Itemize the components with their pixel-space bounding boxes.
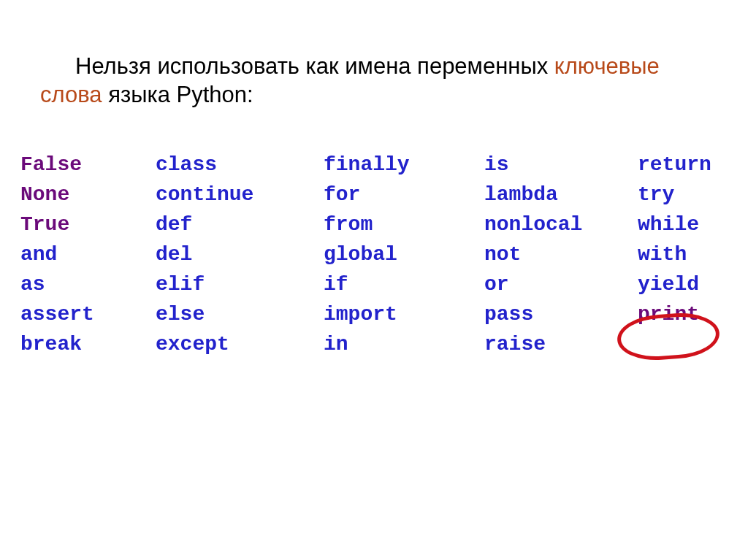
keyword: yield bbox=[638, 273, 699, 296]
keyword: while bbox=[638, 213, 699, 236]
keyword: from bbox=[324, 213, 373, 236]
keyword: except bbox=[156, 333, 229, 356]
slide: Нельзя использовать как имена переменных… bbox=[0, 0, 748, 560]
keyword: del bbox=[156, 243, 192, 266]
table-row: assert else import pass print bbox=[20, 303, 729, 326]
keyword: class bbox=[156, 153, 217, 176]
keyword: for bbox=[324, 183, 360, 206]
keyword: True bbox=[20, 213, 69, 236]
heading: Нельзя использовать как имена переменных… bbox=[40, 53, 712, 110]
keyword: def bbox=[156, 213, 192, 236]
table-row: None continue for lambda try bbox=[20, 183, 729, 206]
keyword: finally bbox=[324, 153, 410, 176]
keyword: try bbox=[638, 183, 674, 206]
table-row: True def from nonlocal while bbox=[20, 213, 729, 236]
table-row: break except in raise bbox=[20, 333, 729, 356]
keyword: import bbox=[324, 303, 397, 326]
keywords-table: False class finally is return None conti… bbox=[20, 146, 729, 363]
heading-pre: Нельзя использовать как имена переменных bbox=[75, 53, 554, 79]
heading-post: языка Python: bbox=[102, 82, 253, 107]
keyword: is bbox=[484, 153, 509, 176]
keyword: raise bbox=[484, 333, 546, 356]
table-row: and del global not with bbox=[20, 243, 729, 266]
keyword: as bbox=[20, 273, 45, 296]
keyword: and bbox=[20, 243, 57, 266]
keyword: None bbox=[20, 183, 69, 206]
keyword: lambda bbox=[484, 183, 558, 206]
keyword: assert bbox=[20, 303, 94, 326]
table-row: as elif if or yield bbox=[20, 273, 729, 296]
keyword: global bbox=[324, 243, 397, 266]
keyword: if bbox=[324, 273, 348, 296]
keyword: pass bbox=[484, 303, 533, 326]
keyword-print: print bbox=[638, 303, 699, 326]
keyword: False bbox=[20, 153, 82, 176]
keyword: return bbox=[638, 153, 711, 176]
keyword: elif bbox=[156, 273, 205, 296]
keyword: in bbox=[324, 333, 348, 356]
keyword: or bbox=[484, 273, 509, 296]
keyword: continue bbox=[156, 183, 253, 206]
keyword: nonlocal bbox=[484, 213, 582, 236]
table-row: False class finally is return bbox=[20, 153, 729, 176]
keyword: break bbox=[20, 333, 82, 356]
keyword: with bbox=[638, 243, 687, 266]
keyword: not bbox=[484, 243, 521, 266]
keyword: else bbox=[156, 303, 205, 326]
